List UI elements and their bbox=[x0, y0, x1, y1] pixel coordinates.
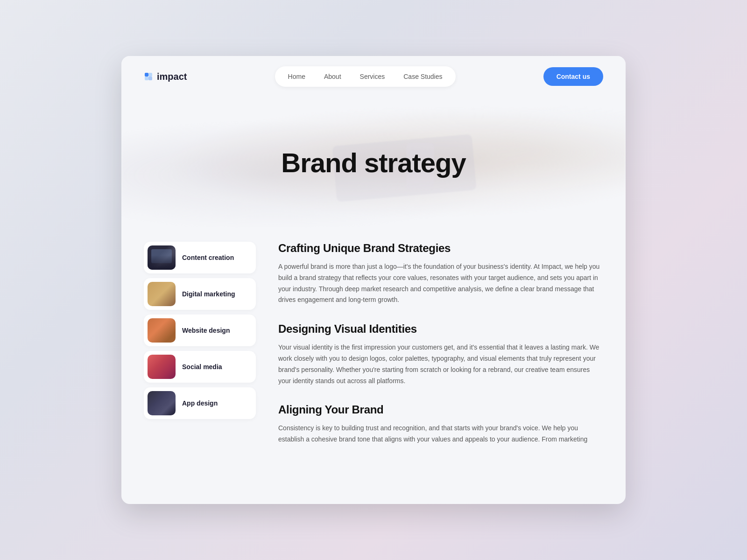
nav-services[interactable]: Services bbox=[352, 69, 394, 84]
nav-home[interactable]: Home bbox=[280, 69, 314, 84]
sidebar-label-content-creation: Content creation bbox=[182, 254, 234, 261]
nav-case-studies[interactable]: Case Studies bbox=[395, 69, 451, 84]
article-body-3: Consistency is key to building trust and… bbox=[278, 423, 603, 445]
hero-title: Brand strategy bbox=[281, 147, 465, 178]
impact-logo-icon bbox=[144, 72, 153, 81]
hero-section: Brand strategy bbox=[121, 97, 626, 228]
sidebar-item-website-design[interactable]: Website design bbox=[144, 315, 256, 346]
nav-bar: Home About Services Case Studies bbox=[275, 66, 456, 87]
sidebar-thumb-website-design bbox=[148, 318, 176, 343]
sidebar-item-app-design[interactable]: App design bbox=[144, 387, 256, 419]
sidebar: Content creation Digital marketing Websi… bbox=[144, 242, 256, 462]
sidebar-label-digital-marketing: Digital marketing bbox=[182, 290, 235, 298]
article-body-2: Your visual identity is the first impres… bbox=[278, 342, 603, 386]
sidebar-thumb-content-creation bbox=[148, 245, 176, 270]
sidebar-label-social-media: Social media bbox=[182, 363, 222, 371]
article: Crafting Unique Brand Strategies A power… bbox=[278, 242, 603, 462]
header: impact Home About Services Case Studies … bbox=[121, 56, 626, 97]
article-section-1: Crafting Unique Brand Strategies A power… bbox=[278, 242, 603, 306]
sidebar-thumb-digital-marketing bbox=[148, 282, 176, 306]
article-body-1: A powerful brand is more than just a log… bbox=[278, 261, 603, 306]
sidebar-label-app-design: App design bbox=[182, 399, 218, 407]
sidebar-label-website-design: Website design bbox=[182, 327, 230, 334]
nav-about[interactable]: About bbox=[316, 69, 350, 84]
browser-window: impact Home About Services Case Studies … bbox=[121, 56, 626, 504]
sidebar-thumb-app-design bbox=[148, 391, 176, 415]
contact-button[interactable]: Contact us bbox=[543, 67, 603, 86]
svg-rect-3 bbox=[148, 77, 152, 80]
article-heading-2: Designing Visual Identities bbox=[278, 322, 603, 336]
main-content: Content creation Digital marketing Websi… bbox=[121, 232, 626, 484]
svg-rect-1 bbox=[148, 73, 152, 77]
article-section-2: Designing Visual Identities Your visual … bbox=[278, 322, 603, 386]
article-heading-1: Crafting Unique Brand Strategies bbox=[278, 242, 603, 255]
sidebar-item-digital-marketing[interactable]: Digital marketing bbox=[144, 278, 256, 310]
article-section-3: Aligning Your Brand Consistency is key t… bbox=[278, 403, 603, 445]
svg-rect-0 bbox=[145, 73, 148, 77]
logo-text: impact bbox=[157, 71, 187, 82]
sidebar-thumb-social-media bbox=[148, 355, 176, 379]
sidebar-item-content-creation[interactable]: Content creation bbox=[144, 242, 256, 273]
sidebar-item-social-media[interactable]: Social media bbox=[144, 351, 256, 383]
svg-rect-2 bbox=[145, 77, 148, 80]
article-heading-3: Aligning Your Brand bbox=[278, 403, 603, 416]
logo: impact bbox=[144, 71, 187, 82]
